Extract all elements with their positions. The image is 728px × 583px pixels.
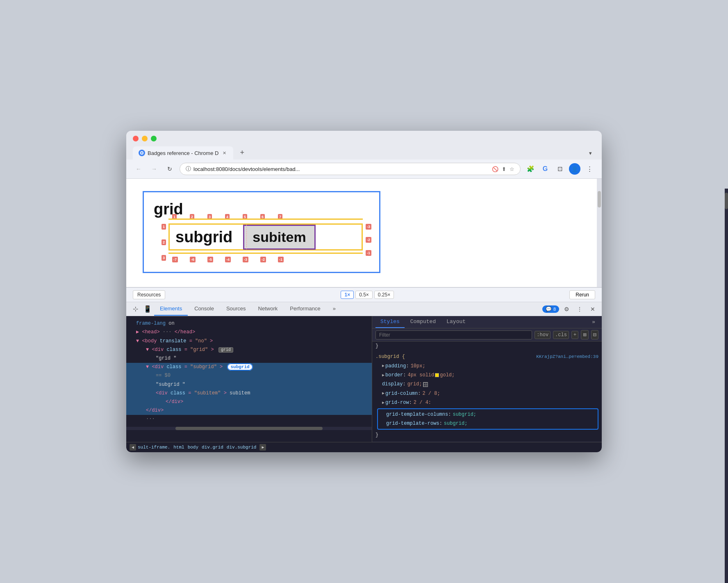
new-tab-button[interactable]: + — [235, 146, 249, 159]
styles-tab-layout[interactable]: Layout — [441, 316, 471, 328]
minimize-button[interactable] — [142, 136, 148, 141]
sidebar-button[interactable]: ⊡ — [554, 163, 566, 175]
tab-elements[interactable]: Elements — [154, 302, 188, 316]
subgrid-badge: subgrid — [227, 363, 253, 371]
css-prop-name-border: border — [385, 371, 403, 379]
address-text: localhost:8080/docs/devtools/elements/ba… — [193, 166, 489, 172]
html-line-subgrid[interactable]: ▼ <div class = "subgrid" > subgrid — [126, 363, 372, 371]
devtools-tab-bar: ⊹ 📱 Elements Console Sources Network Per… — [126, 302, 602, 316]
grid-row-nums-left: 123 — [161, 223, 166, 261]
html-line-subitem[interactable]: <div class = "subitem" > subitem — [126, 389, 372, 398]
css-prop-val-display: grid; — [407, 380, 422, 388]
grid-display-icon[interactable] — [423, 382, 428, 387]
device-toggle-button[interactable]: 📱 — [142, 303, 153, 315]
resources-button[interactable]: Resources — [133, 290, 165, 299]
styles-panel: Styles Computed Layout » :hov .cls + ⊞ — [372, 316, 602, 442]
css-prop-padding: ▶ padding : 10px; — [375, 362, 598, 371]
tab-dropdown-button[interactable]: ▾ — [586, 147, 595, 159]
subgrid-label: subgrid — [175, 228, 232, 246]
tab-bar: Badges reference - Chrome D ✕ + ▾ — [133, 146, 595, 159]
address-input[interactable]: ⓘ localhost:8080/docs/devtools/elements/… — [180, 163, 521, 175]
zoom-1x-button[interactable]: 1× — [341, 291, 354, 299]
html-line-grid-text: "grid " — [126, 354, 372, 363]
css-expand-border[interactable]: ▶ — [382, 372, 384, 379]
browser-actions: 🧩 G ⊡ 👤 ⋮ — [525, 163, 595, 175]
breadcrumb-item-frame[interactable]: sult-iframe. — [138, 445, 170, 450]
breadcrumb-back[interactable]: ◀ — [130, 444, 136, 451]
hov-filter-button[interactable]: :hov — [535, 331, 551, 339]
more-options-button[interactable]: ⋮ — [574, 303, 585, 315]
preview-scrollbar[interactable] — [597, 179, 602, 287]
tab-sources[interactable]: Sources — [221, 302, 252, 316]
css-source[interactable]: KKrajpZ?ani…pe=embed:39 — [536, 353, 598, 361]
css-expand-grid-row[interactable]: ▶ — [382, 399, 384, 406]
reload-button[interactable]: ↻ — [164, 163, 175, 175]
css-prop-val-border: 4px solid — [407, 371, 434, 379]
css-prop-grid-template-cols: grid-template-columns : subgrid; — [380, 410, 596, 419]
close-button[interactable] — [133, 136, 139, 141]
menu-button[interactable]: ⋮ — [584, 163, 595, 175]
zoom-025x-button[interactable]: 0.25× — [374, 291, 394, 299]
breadcrumb-item-divsubgrid[interactable]: div.subgrid — [227, 445, 257, 450]
active-tab[interactable]: Badges reference - Chrome D ✕ — [133, 146, 233, 159]
gold-swatch[interactable] — [435, 373, 439, 377]
html-line-head[interactable]: ▶ <head> ··· </head> — [126, 328, 372, 337]
css-prop-name-grid-row: grid-row — [385, 399, 409, 407]
preview-toolbar: Resources 1× 0.5× 0.25× Rerun — [126, 288, 602, 302]
elements-scrollbar-h[interactable] — [126, 427, 372, 430]
html-line-close-div: </div> — [126, 398, 372, 406]
preview-area: grid 1234567 123 — [126, 179, 602, 288]
computed-styles-button[interactable]: ⊟ — [591, 330, 598, 339]
back-button[interactable]: ← — [133, 163, 144, 175]
breadcrumb-item-body[interactable]: body — [188, 445, 198, 450]
css-selector: .subgrid { — [375, 353, 405, 361]
html-line-close-subgrid: </div> — [126, 406, 372, 415]
breadcrumb-bar: ◀ sult-iframe. html body div.grid div.su… — [126, 442, 602, 452]
forward-button[interactable]: → — [148, 163, 160, 175]
highlighted-grid-template: grid-template-columns : subgrid; grid-te… — [377, 408, 598, 430]
grid-line-h-top — [168, 219, 363, 220]
css-prop-val-gtc: subgrid; — [453, 410, 476, 419]
dashed-v — [246, 225, 247, 249]
grid-container: grid 1234567 123 — [143, 191, 380, 273]
css-expand-padding[interactable]: ▶ — [382, 362, 384, 369]
zoom-05x-button[interactable]: 0.5× — [355, 291, 373, 299]
tab-network[interactable]: Network — [253, 302, 284, 316]
html-line-subgrid-text: "subgrid " — [126, 380, 372, 389]
html-line-body: ▼ <body translate = "no" > — [126, 337, 372, 346]
tab-more[interactable]: » — [327, 302, 341, 316]
css-prop-grid-column: ▶ grid-column : 2 / 8; — [375, 389, 598, 398]
css-prop-name-display: display — [382, 380, 403, 388]
extensions-button[interactable]: 🧩 — [525, 163, 536, 175]
console-messages-badge[interactable]: 💬 8 — [542, 305, 559, 313]
css-close-brace: } — [375, 431, 378, 439]
elements-panel: frame-lang on ▶ <head> ··· </head> ▼ <bo… — [126, 316, 372, 442]
profile-button[interactable]: 👤 — [569, 163, 580, 175]
breadcrumb-item-html[interactable]: html — [173, 445, 184, 450]
settings-button[interactable]: ⚙ — [561, 303, 572, 315]
rerun-button[interactable]: Rerun — [569, 290, 595, 299]
css-prop-name-gtc: grid-template-columns — [386, 410, 448, 419]
close-devtools-button[interactable]: ✕ — [587, 303, 598, 315]
google-button[interactable]: G — [539, 163, 551, 175]
cls-filter-button[interactable]: .cls — [553, 331, 569, 339]
css-expand-grid-col[interactable]: ▶ — [382, 390, 384, 397]
address-bar: ← → ↻ ⓘ localhost:8080/docs/devtools/ele… — [126, 159, 602, 179]
css-prop-border: ▶ border : 4px solid gold; — [375, 371, 598, 380]
styles-tab-more[interactable]: » — [589, 317, 598, 328]
inspect-element-button[interactable]: ⊹ — [130, 303, 141, 315]
css-prop-val-gtr: subgrid; — [444, 419, 468, 428]
traffic-lights — [133, 136, 595, 141]
styles-tab-styles[interactable]: Styles — [375, 316, 405, 328]
breadcrumb-item-divgrid[interactable]: div.grid — [202, 445, 223, 450]
tab-console[interactable]: Console — [189, 302, 220, 316]
toggle-element-state-button[interactable]: ⊞ — [581, 330, 588, 339]
styles-filter-input[interactable] — [375, 330, 532, 339]
devtools-main: frame-lang on ▶ <head> ··· </head> ▼ <bo… — [126, 316, 602, 442]
maximize-button[interactable] — [151, 136, 157, 141]
tab-performance[interactable]: Performance — [284, 302, 326, 316]
styles-tab-computed[interactable]: Computed — [405, 316, 441, 328]
breadcrumb-forward[interactable]: ▶ — [259, 444, 266, 451]
add-style-button[interactable]: + — [571, 331, 578, 339]
tab-close-button[interactable]: ✕ — [221, 150, 228, 156]
